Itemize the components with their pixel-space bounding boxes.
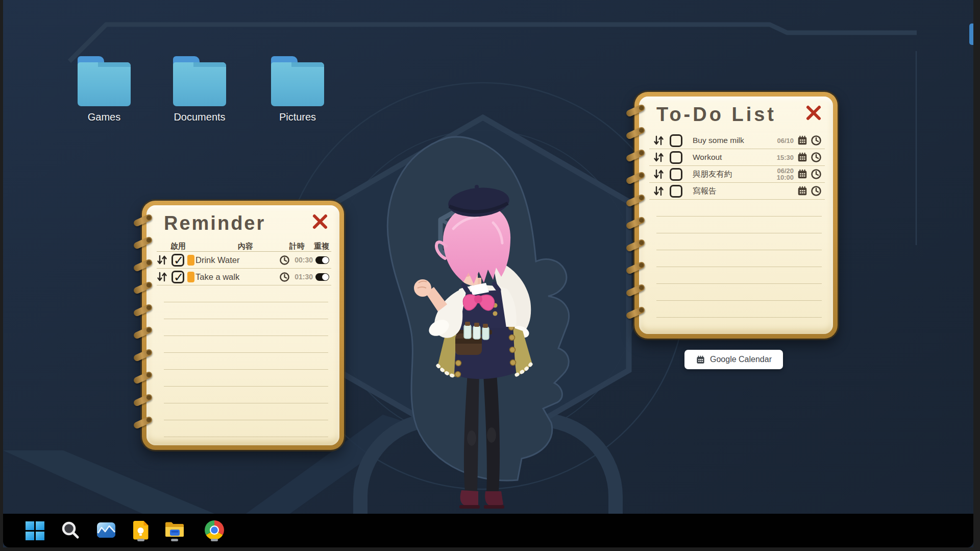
clock-icon[interactable] [811,152,822,163]
folder-label: Games [71,111,137,123]
repeat-toggle[interactable] [315,256,329,264]
todo-row: Buy some milk 06/10 [649,132,825,149]
google-calendar-button[interactable]: Google Calendar [684,350,783,369]
todo-label: 與朋友有約 [693,169,732,180]
desktop-mascot-character[interactable] [406,183,554,515]
windows-start-icon [26,521,44,540]
col-enable: 啟用 [170,242,186,251]
todo-label: 寫報告 [693,186,717,197]
reminder-row: Take a walk 01:30 [157,269,331,285]
timer-clock-icon[interactable] [279,272,290,282]
reminder-widget: Reminder 啟用 內容 計時 重複 Drink Water [142,201,344,450]
folder-icon [173,56,226,106]
folder-icon [164,520,185,539]
calendar-icon[interactable] [797,169,808,180]
photos-icon [96,520,116,540]
running-indicator [137,539,144,541]
col-content: 內容 [238,242,253,251]
calendar-icon[interactable] [797,152,808,163]
clock-icon[interactable] [811,135,822,146]
todo-title: To-Do List [656,104,776,126]
todo-row: Workout 15:30 [649,149,825,166]
timer-clock-icon[interactable] [279,255,290,266]
clock-icon[interactable] [811,169,822,180]
col-timer: 計時 [289,242,305,251]
todo-row: 寫報告 [649,183,825,200]
duration-value: 00:30 [291,256,313,264]
reminder-column-headers: 啟用 內容 計時 重複 [157,241,331,252]
todo-label: Buy some milk [693,136,744,145]
todo-checkbox[interactable] [670,168,682,181]
todo-checkbox[interactable] [670,134,682,147]
folder-icon [78,56,131,106]
desktop-folder-games[interactable]: Games [71,56,137,123]
notes-app-button[interactable] [130,520,152,543]
duration-value: 01:30 [291,273,313,281]
file-explorer-button[interactable] [163,520,186,543]
search-button[interactable] [59,520,82,543]
sort-handle-icon[interactable] [653,135,665,146]
due-datetime: 15:30 [770,154,794,161]
desktop-folder-pictures[interactable]: Pictures [264,56,331,123]
col-repeat: 重複 [314,242,329,251]
taskbar [3,514,973,547]
google-calendar-label: Google Calendar [710,355,772,364]
browser-button[interactable] [203,520,226,543]
folder-icon [271,56,324,106]
reminder-label: Drink Water [195,255,239,265]
desktop: Games Documents Pictures [3,0,973,547]
todo-checkbox[interactable] [670,151,682,164]
todo-label: Workout [693,153,722,162]
note-icon [133,520,149,540]
due-datetime [770,188,794,195]
sort-handle-icon[interactable] [653,169,665,180]
due-datetime: 06/10 [770,137,794,144]
search-icon [60,520,81,541]
due-datetime: 06/2010:00 [770,167,794,181]
desktop-folder-documents[interactable]: Documents [166,56,233,123]
photos-app-button[interactable] [95,520,117,543]
reminder-row: Drink Water 00:30 [157,252,331,269]
color-tag [187,255,194,266]
reminder-label: Take a walk [195,272,239,282]
chrome-icon [205,520,224,540]
edge-widget-handle[interactable] [969,23,973,45]
calendar-icon [696,355,705,365]
calendar-icon[interactable] [797,185,808,197]
folder-label: Pictures [264,111,331,123]
enable-checkbox[interactable] [172,271,184,283]
close-icon[interactable] [805,105,822,121]
folder-label: Documents [166,111,233,123]
reminder-title: Reminder [164,212,265,234]
todo-row: 與朋友有約 06/2010:00 [649,166,825,183]
clock-icon[interactable] [811,185,822,197]
repeat-toggle[interactable] [315,273,329,281]
sort-handle-icon[interactable] [157,271,168,282]
calendar-icon[interactable] [797,135,808,146]
sort-handle-icon[interactable] [653,152,665,163]
sort-handle-icon[interactable] [157,254,168,266]
start-button[interactable] [23,520,46,543]
close-icon[interactable] [312,213,328,230]
todo-widget: To-Do List Buy some milk 06/10 Workout 1… [634,92,838,339]
enable-checkbox[interactable] [172,254,184,267]
running-indicator [171,539,178,541]
running-indicator [211,539,218,541]
todo-checkbox[interactable] [670,185,682,198]
color-tag [187,272,194,282]
sort-handle-icon[interactable] [653,185,665,197]
